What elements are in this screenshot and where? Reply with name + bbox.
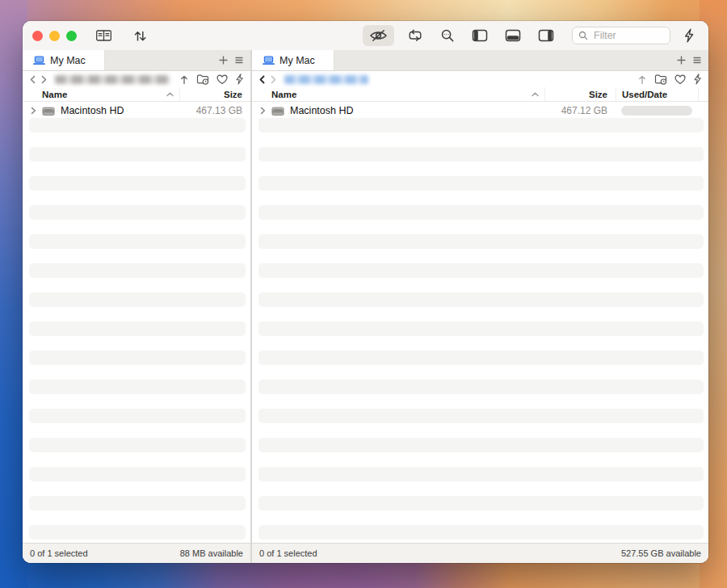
titlebar[interactable] bbox=[23, 21, 708, 50]
panel-left-icon bbox=[472, 29, 488, 42]
sort-button[interactable] bbox=[129, 27, 151, 45]
parent-folder-button[interactable] bbox=[637, 74, 647, 85]
file-row-macintosh-hd[interactable]: Macintosh HD 467.13 GB bbox=[23, 103, 250, 118]
empty-row bbox=[258, 409, 704, 423]
empty-row bbox=[29, 380, 246, 394]
book-icon bbox=[95, 29, 112, 42]
empty-row bbox=[29, 205, 246, 220]
right-column-headers: Name Size Used/Date bbox=[252, 87, 708, 102]
recent-folders-icon bbox=[196, 74, 209, 85]
column-header-size[interactable]: Size bbox=[544, 87, 616, 101]
back-button[interactable] bbox=[29, 75, 36, 84]
empty-row bbox=[23, 162, 250, 176]
empty-row bbox=[23, 249, 250, 263]
favorites-button[interactable] bbox=[216, 74, 228, 85]
selection-status: 0 of 1 selected bbox=[259, 548, 317, 558]
filter-field[interactable] bbox=[572, 27, 670, 44]
zoom-button[interactable] bbox=[66, 31, 77, 41]
empty-row bbox=[29, 263, 246, 278]
recent-folders-button[interactable] bbox=[196, 74, 209, 85]
toggle-right-panel-button[interactable] bbox=[534, 27, 558, 44]
parent-folder-button[interactable] bbox=[179, 74, 189, 85]
panel-right-icon bbox=[538, 29, 554, 42]
sync-browsing-button[interactable] bbox=[403, 27, 427, 44]
right-tab-my-mac[interactable]: My Mac bbox=[252, 50, 334, 70]
empty-row bbox=[258, 205, 704, 220]
right-pane: My Mac bbox=[252, 50, 708, 563]
empty-row bbox=[252, 336, 708, 351]
activity-button[interactable] bbox=[235, 74, 244, 85]
traffic-lights bbox=[32, 31, 77, 41]
sync-loop-icon bbox=[407, 29, 423, 42]
back-button[interactable] bbox=[258, 75, 266, 84]
activities-button[interactable] bbox=[679, 26, 699, 45]
wallpaper-bottom-band bbox=[0, 562, 727, 588]
empty-row bbox=[252, 394, 708, 409]
minimize-button[interactable] bbox=[49, 31, 60, 41]
tab-overview-button[interactable] bbox=[693, 57, 701, 64]
path-text-redacted bbox=[284, 75, 368, 84]
disclosure-chevron-icon[interactable] bbox=[260, 107, 266, 115]
column-header-endpad bbox=[698, 87, 708, 101]
empty-row bbox=[258, 176, 704, 191]
disk-usage-bar bbox=[621, 106, 692, 116]
back-chevron-icon bbox=[29, 75, 36, 84]
lightning-icon bbox=[683, 28, 695, 43]
recent-folders-button[interactable] bbox=[654, 74, 667, 85]
tab-overview-button[interactable] bbox=[235, 57, 243, 64]
forward-button[interactable] bbox=[270, 75, 277, 84]
column-header-used-date[interactable]: Used/Date bbox=[616, 87, 698, 101]
sort-ascending-icon bbox=[166, 92, 174, 97]
activity-button[interactable] bbox=[693, 74, 702, 85]
forward-chevron-icon bbox=[270, 75, 277, 84]
empty-row bbox=[29, 321, 246, 336]
tab-label: My Mac bbox=[50, 55, 86, 66]
toggle-bottom-panel-button[interactable] bbox=[501, 27, 525, 44]
column-header-name[interactable]: Name bbox=[23, 87, 179, 101]
eye-slash-icon bbox=[369, 29, 388, 42]
empty-row bbox=[258, 380, 704, 394]
lightning-icon bbox=[693, 74, 702, 85]
column-header-name-label: Name bbox=[271, 90, 296, 99]
file-row-macintosh-hd[interactable]: Macintosh HD 467.12 GB bbox=[252, 103, 708, 118]
filter-input[interactable] bbox=[592, 29, 664, 42]
empty-row bbox=[29, 351, 246, 365]
available-space: 88 MB available bbox=[180, 548, 243, 558]
empty-row bbox=[29, 438, 246, 452]
empty-row bbox=[258, 467, 704, 481]
file-size: 467.12 GB bbox=[544, 105, 616, 116]
column-header-size[interactable]: Size bbox=[179, 87, 250, 101]
empty-row bbox=[258, 351, 704, 365]
empty-row bbox=[252, 307, 708, 321]
search-button[interactable] bbox=[436, 26, 459, 45]
column-header-size-label: Size bbox=[224, 90, 242, 99]
compare-view-button[interactable] bbox=[91, 27, 116, 44]
toggle-left-panel-button[interactable] bbox=[468, 27, 492, 44]
empty-row bbox=[29, 118, 246, 132]
empty-row bbox=[252, 365, 708, 380]
file-name: Macintosh HD bbox=[290, 105, 544, 116]
new-tab-button[interactable] bbox=[219, 56, 228, 65]
hard-drive-icon bbox=[271, 106, 284, 116]
forward-button[interactable] bbox=[40, 75, 48, 84]
plus-icon bbox=[219, 56, 228, 65]
left-tab-my-mac[interactable]: My Mac bbox=[23, 50, 105, 70]
show-hidden-files-toggle[interactable] bbox=[363, 25, 394, 46]
mac-laptop-icon bbox=[33, 56, 45, 65]
column-header-used-label: Used/Date bbox=[622, 90, 667, 99]
disclosure-chevron-icon[interactable] bbox=[31, 107, 36, 115]
favorites-button[interactable] bbox=[674, 74, 686, 85]
new-tab-button[interactable] bbox=[677, 56, 686, 65]
empty-row bbox=[23, 423, 250, 438]
close-button[interactable] bbox=[32, 31, 43, 41]
file-name: Macintosh HD bbox=[61, 105, 179, 116]
right-file-list: Macintosh HD 467.12 GB bbox=[252, 102, 708, 543]
column-header-name[interactable]: Name bbox=[252, 87, 544, 101]
empty-row bbox=[29, 409, 246, 423]
tab-list-icon bbox=[693, 57, 701, 64]
empty-row bbox=[258, 525, 704, 540]
empty-row bbox=[23, 220, 250, 234]
empty-row bbox=[252, 452, 708, 467]
available-space: 527.55 GB available bbox=[621, 548, 701, 558]
left-pane: My Mac bbox=[23, 50, 250, 563]
